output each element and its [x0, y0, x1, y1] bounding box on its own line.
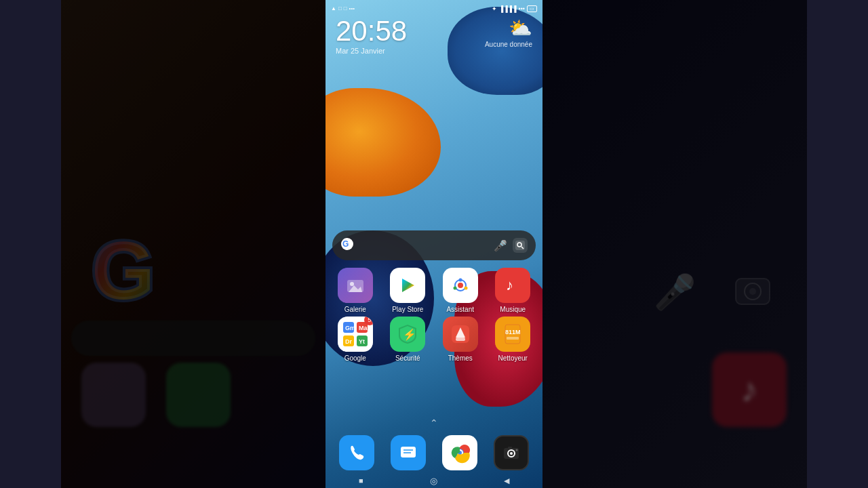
search-lens-icon[interactable] — [513, 238, 528, 253]
svg-text:Dr: Dr — [345, 338, 352, 345]
weather-icon: ⛅ — [485, 17, 532, 39]
nav-home[interactable]: ■ — [359, 476, 363, 485]
bluetooth-icon: ✦ — [492, 5, 497, 12]
nav-back[interactable]: ◀ — [504, 476, 509, 485]
svg-point-8 — [350, 282, 354, 286]
svg-point-14 — [464, 287, 467, 290]
securite-icon: ⚡ — [390, 317, 425, 352]
svg-text:G: G — [342, 239, 349, 249]
status-right: ✦ ▐▐▐▐ ••• ▭ — [492, 5, 537, 12]
status-left: ▲ □ □ ••• — [331, 5, 355, 12]
svg-point-15 — [453, 287, 456, 290]
dock-phone-icon — [339, 435, 374, 470]
right-panel: 🎤 ♪ — [542, 0, 807, 488]
weather-text: Aucune donnée — [485, 41, 532, 48]
time-block: 20:58 Mar 25 Janvier — [336, 17, 407, 55]
svg-rect-29 — [456, 338, 465, 341]
app-musique[interactable]: ♪ Musique — [488, 268, 537, 313]
svg-point-12 — [458, 283, 463, 288]
dock-messages-icon — [391, 435, 426, 470]
svg-text:Ma: Ma — [359, 325, 368, 331]
app-row-1: Galerie — [329, 268, 539, 313]
app-playstore[interactable]: Play Store — [383, 268, 432, 313]
app-grid: Galerie — [326, 268, 542, 365]
themes-icon — [443, 317, 478, 352]
nettoyeur-label: Nettoyeur — [498, 354, 528, 362]
dock-camera-icon — [494, 435, 529, 470]
search-google-logo: G — [340, 237, 354, 253]
svg-point-13 — [458, 279, 462, 282]
dock-chrome[interactable] — [439, 435, 480, 470]
themes-label: Thèmes — [448, 354, 473, 362]
nav-circle[interactable]: ◎ — [430, 476, 437, 486]
nettoyeur-icon: 811M — [495, 317, 530, 352]
google-folder-icon: 5 Gm Ma Dr Yt — [338, 317, 373, 352]
status-square2: □ — [344, 5, 347, 12]
app-themes[interactable]: Thèmes — [436, 317, 485, 362]
date-display: Mar 25 Janvier — [336, 47, 407, 55]
svg-point-42 — [510, 452, 513, 455]
app-assistant[interactable]: Assistant — [436, 268, 485, 313]
app-row-2: 5 Gm Ma Dr Yt Google — [329, 317, 539, 362]
google-label: Google — [344, 354, 366, 362]
svg-text:Yt: Yt — [359, 338, 365, 345]
phone-frame: ▲ □ □ ••• ✦ ▐▐▐▐ ••• ▭ 20:58 Mar 25 Janv… — [326, 0, 542, 488]
left-panel: G G — [61, 0, 326, 488]
signal-icon: ▐▐▐▐ — [499, 5, 517, 12]
assistant-label: Assistant — [446, 306, 474, 313]
search-mic-icon[interactable]: 🎤 — [494, 239, 507, 252]
svg-text:♪: ♪ — [506, 277, 513, 293]
svg-marker-10 — [402, 279, 414, 292]
dock-phone[interactable] — [336, 435, 377, 470]
status-arrow: ▲ — [331, 5, 336, 12]
nav-bar: ■ ◎ ◀ — [326, 473, 542, 488]
swipe-indicator: ⌃ — [430, 418, 438, 428]
app-google[interactable]: 5 Gm Ma Dr Yt Google — [331, 317, 380, 362]
musique-label: Musique — [500, 306, 526, 313]
battery-icon: ▭ — [527, 5, 537, 12]
dock-messages[interactable] — [388, 435, 429, 470]
playstore-label: Play Store — [392, 306, 423, 313]
svg-point-44 — [516, 449, 518, 451]
status-square1: □ — [338, 5, 342, 12]
left-blur-overlay — [61, 0, 326, 488]
svg-text:Gm: Gm — [345, 325, 355, 331]
time-display: 20:58 — [336, 17, 407, 45]
playstore-icon — [390, 268, 425, 303]
dock-camera[interactable] — [491, 435, 532, 470]
dock — [331, 430, 537, 474]
assistant-icon — [443, 268, 478, 303]
svg-rect-34 — [401, 447, 416, 458]
svg-text:⚡: ⚡ — [403, 328, 416, 341]
svg-rect-33 — [507, 337, 519, 340]
more-dots: ••• — [519, 5, 525, 12]
search-bar[interactable]: G 🎤 — [332, 230, 536, 260]
app-nettoyeur[interactable]: 811M Nettoyeur — [488, 317, 537, 362]
status-dots: ••• — [349, 5, 355, 12]
weather-block: ⛅ Aucune donnée — [485, 17, 532, 48]
musique-icon: ♪ — [495, 268, 530, 303]
dock-chrome-icon — [442, 435, 477, 470]
svg-rect-43 — [508, 447, 512, 449]
galerie-icon — [338, 268, 373, 303]
app-securite[interactable]: ⚡ Sécurité — [383, 317, 432, 362]
right-blur-overlay — [542, 0, 807, 488]
svg-text:811M: 811M — [505, 329, 521, 336]
app-galerie[interactable]: Galerie — [331, 268, 380, 313]
securite-label: Sécurité — [395, 354, 420, 362]
galerie-label: Galerie — [344, 306, 366, 313]
time-weather-block: 20:58 Mar 25 Janvier ⛅ Aucune donnée — [326, 17, 542, 55]
